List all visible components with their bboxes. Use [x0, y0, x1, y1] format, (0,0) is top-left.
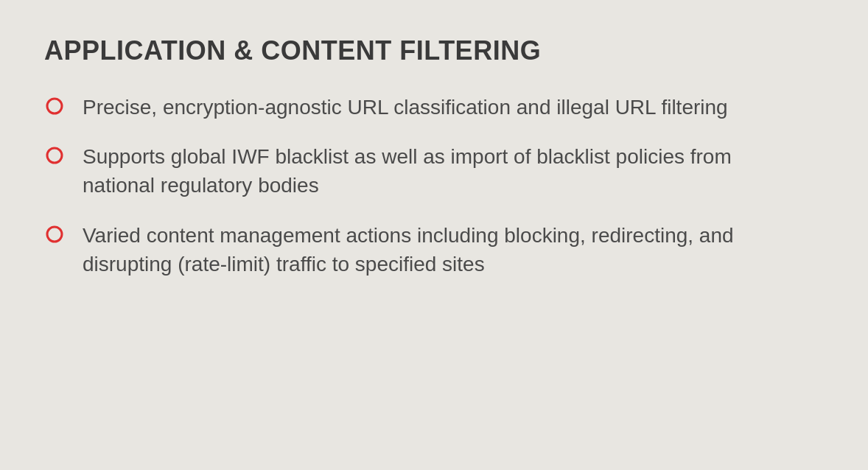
- list-item: Varied content management actions includ…: [44, 221, 824, 278]
- bullet-circle-icon: [44, 224, 65, 245]
- bullet-circle-icon: [44, 145, 65, 166]
- bullet-text: Precise, encryption-agnostic URL classif…: [83, 93, 728, 122]
- bullet-circle-icon: [44, 96, 65, 116]
- svg-point-0: [47, 99, 62, 113]
- main-container: APPLICATION & CONTENT FILTERING Precise,…: [0, 0, 868, 470]
- svg-point-1: [47, 148, 62, 163]
- bullet-text: Supports global IWF blacklist as well as…: [83, 142, 805, 200]
- svg-point-2: [47, 227, 62, 242]
- list-item: Precise, encryption-agnostic URL classif…: [44, 93, 824, 122]
- page-title: APPLICATION & CONTENT FILTERING: [44, 35, 824, 66]
- bullet-text: Varied content management actions includ…: [83, 221, 805, 278]
- bullet-list: Precise, encryption-agnostic URL classif…: [44, 93, 824, 278]
- list-item: Supports global IWF blacklist as well as…: [44, 142, 824, 200]
